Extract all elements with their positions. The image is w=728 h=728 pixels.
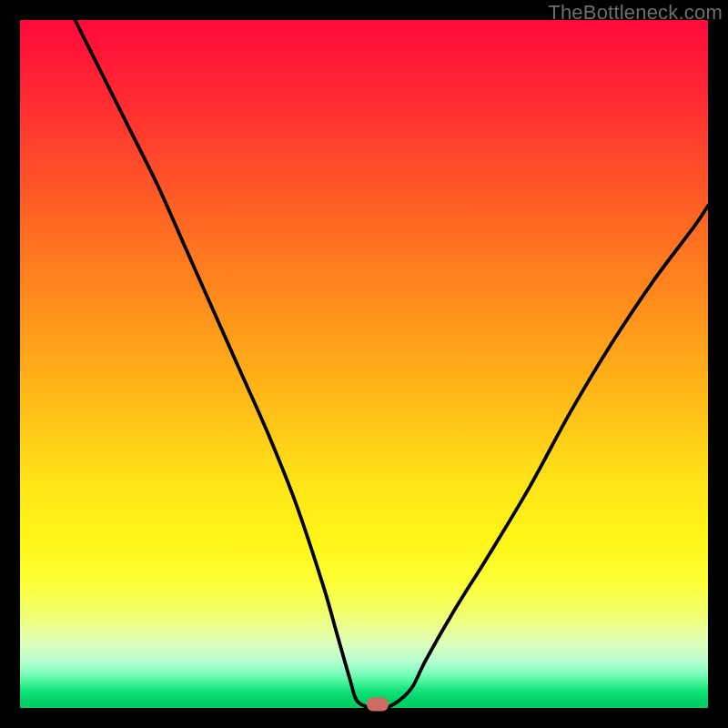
plot-area [20, 20, 708, 708]
watermark-text: TheBottleneck.com [548, 1, 723, 25]
chart-frame: TheBottleneck.com [0, 0, 728, 728]
curve-path [75, 20, 708, 709]
minimum-marker [367, 698, 389, 712]
bottleneck-curve [20, 20, 708, 708]
